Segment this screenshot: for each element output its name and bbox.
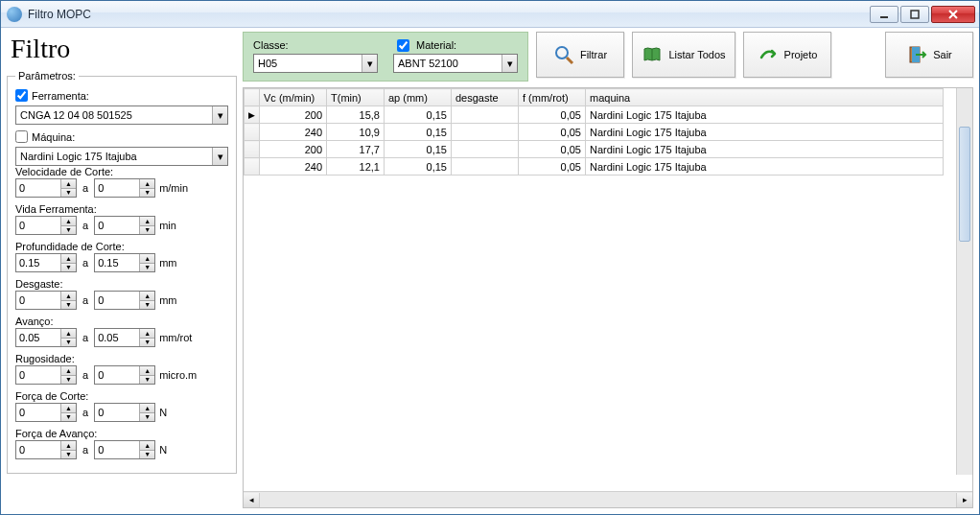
grid-header[interactable]: ap (mm): [385, 89, 452, 106]
spin-down-icon[interactable]: ▼: [61, 226, 76, 235]
range-to-input[interactable]: ▲▼: [94, 440, 155, 459]
grid-cell[interactable]: [452, 158, 519, 176]
grid-cell[interactable]: Nardini Logic 175 Itajuba: [586, 106, 944, 124]
maquina-checkbox[interactable]: [15, 130, 28, 143]
grid-cell[interactable]: 240: [260, 124, 327, 141]
projeto-button[interactable]: Projeto: [743, 32, 831, 78]
table-row[interactable]: 24010,90,150,05Nardini Logic 175 Itajuba: [245, 124, 944, 141]
titlebar[interactable]: Filtro MOPC: [1, 1, 979, 28]
spin-input[interactable]: [16, 366, 60, 384]
spin-up-icon[interactable]: ▲: [140, 329, 154, 339]
spin-up-icon[interactable]: ▲: [61, 217, 76, 226]
spin-down-icon[interactable]: ▼: [61, 451, 76, 459]
grid-header[interactable]: desgaste: [452, 89, 519, 106]
spin-up-icon[interactable]: ▲: [140, 254, 154, 264]
spin-down-icon[interactable]: ▼: [61, 376, 76, 385]
spin-input[interactable]: [16, 441, 60, 458]
grid-cell[interactable]: 0,05: [519, 124, 586, 141]
range-from-input[interactable]: ▲▼: [15, 216, 77, 235]
close-button[interactable]: [931, 6, 975, 23]
grid-cell[interactable]: Nardini Logic 175 Itajuba: [586, 124, 944, 141]
scrollbar-thumb[interactable]: [959, 127, 970, 242]
grid-cell[interactable]: [452, 141, 519, 158]
scroll-left-icon[interactable]: ◂: [244, 493, 260, 507]
grid-cell[interactable]: 12,1: [327, 158, 385, 176]
range-to-input[interactable]: ▲▼: [94, 216, 155, 235]
horizontal-scrollbar[interactable]: ◂ ▸: [244, 491, 972, 507]
spin-down-icon[interactable]: ▼: [140, 264, 154, 272]
grid-header[interactable]: Vc (m/min): [260, 89, 327, 106]
classe-combo[interactable]: H05 ▾: [253, 54, 378, 73]
maximize-button[interactable]: [900, 6, 929, 23]
spin-input[interactable]: [16, 329, 60, 346]
spin-up-icon[interactable]: ▲: [140, 366, 154, 376]
spin-down-icon[interactable]: ▼: [140, 376, 154, 385]
grid-cell[interactable]: Nardini Logic 175 Itajuba: [586, 141, 944, 158]
spin-down-icon[interactable]: ▼: [61, 189, 76, 198]
spin-down-icon[interactable]: ▼: [61, 264, 76, 272]
range-from-input[interactable]: ▲▼: [15, 291, 77, 310]
table-row[interactable]: 24012,10,150,05Nardini Logic 175 Itajuba: [245, 158, 944, 176]
spin-down-icon[interactable]: ▼: [140, 226, 154, 235]
spin-input[interactable]: [95, 404, 139, 421]
spin-up-icon[interactable]: ▲: [61, 292, 76, 301]
spin-down-icon[interactable]: ▼: [140, 301, 154, 310]
grid-cell[interactable]: 240: [260, 158, 327, 176]
grid-cell[interactable]: [452, 124, 519, 141]
spin-up-icon[interactable]: ▲: [61, 404, 76, 413]
spin-up-icon[interactable]: ▲: [61, 179, 76, 189]
grid-cell[interactable]: 0,15: [385, 106, 452, 124]
chevron-down-icon[interactable]: ▾: [502, 55, 517, 72]
spin-input[interactable]: [16, 404, 60, 421]
spin-input[interactable]: [95, 366, 139, 384]
sair-button[interactable]: Sair: [885, 32, 973, 78]
spin-input[interactable]: [16, 254, 60, 271]
range-from-input[interactable]: ▲▼: [15, 328, 77, 347]
spin-up-icon[interactable]: ▲: [61, 254, 76, 264]
grid-cell[interactable]: [452, 106, 519, 124]
spin-up-icon[interactable]: ▲: [61, 329, 76, 339]
material-combo[interactable]: ABNT 52100 ▾: [393, 54, 518, 73]
grid-header[interactable]: T(min): [327, 89, 385, 106]
grid-cell[interactable]: 0,15: [385, 124, 452, 141]
grid-cell[interactable]: 0,15: [385, 158, 452, 176]
spin-down-icon[interactable]: ▼: [140, 189, 154, 198]
grid-header[interactable]: f (mm/rot): [519, 89, 586, 106]
table-row[interactable]: 20017,70,150,05Nardini Logic 175 Itajuba: [245, 141, 944, 158]
grid-cell[interactable]: 17,7: [327, 141, 385, 158]
material-checkbox[interactable]: [397, 39, 409, 52]
range-from-input[interactable]: ▲▼: [15, 253, 77, 272]
spin-up-icon[interactable]: ▲: [61, 366, 76, 376]
grid-cell[interactable]: 0,15: [385, 141, 452, 158]
spin-input[interactable]: [16, 292, 60, 309]
ferramenta-combo[interactable]: CNGA 12 04 08 501525 ▾: [15, 105, 228, 125]
chevron-down-icon[interactable]: ▾: [212, 148, 227, 165]
grid-cell[interactable]: 10,9: [327, 124, 385, 141]
spin-input[interactable]: [95, 329, 139, 346]
range-to-input[interactable]: ▲▼: [94, 178, 155, 198]
vertical-scrollbar[interactable]: [956, 88, 972, 475]
maquina-check-wrap[interactable]: Máquina:: [15, 130, 228, 143]
spin-down-icon[interactable]: ▼: [140, 413, 154, 422]
chevron-down-icon[interactable]: ▾: [212, 106, 227, 124]
listar-todos-button[interactable]: Listar Todos: [632, 32, 735, 78]
spin-up-icon[interactable]: ▲: [140, 441, 154, 451]
spin-input[interactable]: [16, 217, 60, 234]
ferramenta-checkbox[interactable]: [15, 89, 28, 102]
range-to-input[interactable]: ▲▼: [94, 403, 155, 422]
spin-up-icon[interactable]: ▲: [140, 179, 154, 189]
ferramenta-check-wrap[interactable]: Ferramenta:: [15, 89, 228, 102]
spin-down-icon[interactable]: ▼: [61, 413, 76, 422]
spin-input[interactable]: [95, 217, 139, 234]
grid-cell[interactable]: 0,05: [519, 158, 586, 176]
spin-up-icon[interactable]: ▲: [140, 404, 154, 413]
spin-up-icon[interactable]: ▲: [140, 217, 154, 226]
grid-cell[interactable]: 200: [260, 106, 327, 124]
range-to-input[interactable]: ▲▼: [94, 253, 155, 272]
spin-input[interactable]: [95, 254, 139, 271]
spin-down-icon[interactable]: ▼: [61, 339, 76, 347]
spin-input[interactable]: [95, 179, 139, 197]
grid-cell[interactable]: 200: [260, 141, 327, 158]
spin-up-icon[interactable]: ▲: [61, 441, 76, 451]
filtrar-button[interactable]: Filtrar: [536, 32, 624, 78]
